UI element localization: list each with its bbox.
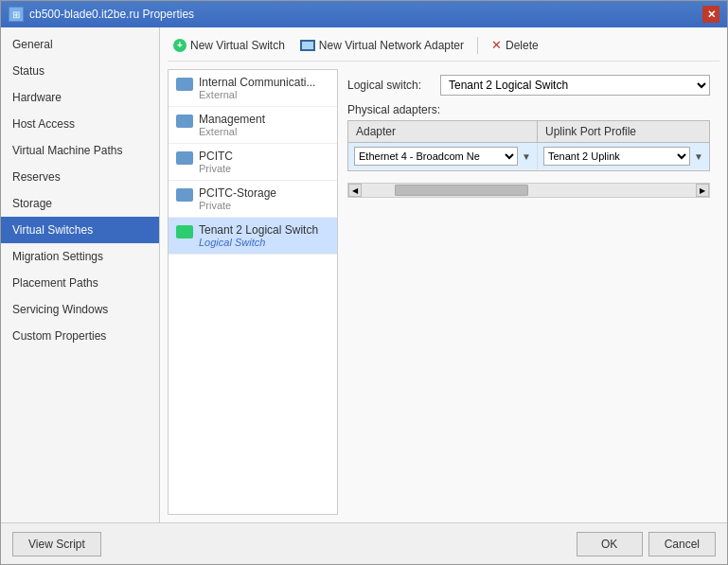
sidebar-item-custom-properties[interactable]: Custom Properties	[1, 323, 159, 349]
uplink-cell: Tenant 2 Uplink ▼	[538, 143, 709, 169]
main-window: ⊞ cb500-blade0.it2be.ru Properties ✕ Gen…	[0, 0, 728, 565]
delete-button[interactable]: ✕ Delete	[486, 35, 544, 55]
sidebar-item-virtual-machine-paths[interactable]: Virtual Machine Paths	[1, 137, 159, 164]
detail-panel: Logical switch: Tenant 2 Logical Switch …	[338, 69, 719, 515]
new-virtual-switch-icon: +	[173, 39, 186, 52]
sidebar-item-migration-settings[interactable]: Migration Settings	[1, 243, 159, 270]
delete-icon: ✕	[491, 38, 502, 52]
adapter-dropdown-icon: ▼	[522, 151, 531, 162]
window-icon: ⊞	[9, 7, 24, 22]
horizontal-scrollbar[interactable]: ◀ ▶	[347, 183, 710, 198]
view-script-button[interactable]: View Script	[12, 532, 101, 556]
toolbar-separator	[477, 37, 478, 54]
scroll-left-arrow[interactable]: ◀	[348, 184, 362, 197]
sidebar-item-host-access[interactable]: Host Access	[1, 111, 159, 137]
switch-icon-management	[176, 115, 193, 128]
title-bar-left: ⊞ cb500-blade0.it2be.ru Properties	[9, 7, 194, 22]
physical-adapters-label: Physical adapters:	[347, 103, 710, 116]
switch-icon-internal	[176, 78, 193, 91]
footer-right-buttons: OK Cancel	[577, 532, 716, 556]
list-item-pcitc-storage[interactable]: PCITC-Storage Private	[169, 181, 337, 218]
footer: View Script OK Cancel	[1, 522, 727, 564]
new-virtual-network-adapter-button[interactable]: New Virtual Network Adapter	[294, 36, 470, 55]
main-panel: + New Virtual Switch New Virtual Network…	[160, 27, 727, 522]
switch-icon-pcitc	[176, 151, 193, 165]
adapters-table: Adapter Uplink Port Profile Ethernet 4 -…	[347, 120, 710, 171]
adapters-table-header: Adapter Uplink Port Profile	[348, 121, 709, 143]
logical-switch-label: Logical switch:	[347, 79, 433, 92]
table-row: Ethernet 4 - Broadcom Ne ▼ Tenant 2 Upli…	[348, 143, 709, 170]
sidebar: General Status Hardware Host Access Virt…	[1, 27, 160, 522]
network-adapter-icon	[300, 40, 315, 51]
scroll-right-arrow[interactable]: ▶	[696, 184, 709, 197]
title-bar: ⊞ cb500-blade0.it2be.ru Properties ✕	[1, 1, 727, 27]
content-area: General Status Hardware Host Access Virt…	[1, 27, 727, 522]
toolbar: + New Virtual Switch New Virtual Network…	[168, 35, 719, 62]
uplink-select[interactable]: Tenant 2 Uplink	[543, 147, 690, 166]
sidebar-item-servicing-windows[interactable]: Servicing Windows	[1, 296, 159, 323]
close-button[interactable]: ✕	[702, 6, 719, 23]
sidebar-item-reserves[interactable]: Reserves	[1, 164, 159, 190]
new-virtual-switch-button[interactable]: + New Virtual Switch	[168, 36, 291, 55]
sidebar-item-general[interactable]: General	[1, 31, 159, 58]
logical-switch-row: Logical switch: Tenant 2 Logical Switch	[347, 75, 710, 96]
uplink-dropdown-icon: ▼	[694, 151, 703, 162]
adapter-select[interactable]: Ethernet 4 - Broadcom Ne	[354, 147, 518, 166]
switch-icon-tenant2	[176, 225, 193, 238]
list-item-pcitc[interactable]: PCITC Private	[169, 144, 337, 181]
switch-list: Internal Communicati... External Managem…	[168, 69, 338, 515]
list-item-internal-comm[interactable]: Internal Communicati... External	[169, 70, 337, 107]
list-item-tenant2[interactable]: Tenant 2 Logical Switch Logical Switch	[169, 218, 337, 255]
window-title: cb500-blade0.it2be.ru Properties	[29, 8, 194, 21]
split-area: Internal Communicati... External Managem…	[168, 69, 719, 515]
sidebar-item-storage[interactable]: Storage	[1, 190, 159, 217]
sidebar-item-status[interactable]: Status	[1, 58, 159, 84]
scroll-thumb	[395, 185, 528, 196]
sidebar-item-hardware[interactable]: Hardware	[1, 84, 159, 111]
cancel-button[interactable]: Cancel	[648, 532, 716, 556]
logical-switch-select[interactable]: Tenant 2 Logical Switch	[440, 75, 710, 96]
uplink-column-header: Uplink Port Profile	[538, 121, 709, 142]
ok-button[interactable]: OK	[577, 532, 643, 556]
scroll-track[interactable]	[362, 184, 696, 197]
adapter-column-header: Adapter	[348, 121, 538, 142]
adapter-cell: Ethernet 4 - Broadcom Ne ▼	[348, 143, 538, 169]
list-item-management[interactable]: Management External	[169, 107, 337, 144]
sidebar-item-virtual-switches[interactable]: Virtual Switches	[1, 217, 159, 243]
switch-icon-pcitc-storage	[176, 188, 193, 202]
sidebar-item-placement-paths[interactable]: Placement Paths	[1, 270, 159, 296]
physical-adapters-section: Physical adapters: Adapter Uplink Port P…	[347, 103, 710, 171]
